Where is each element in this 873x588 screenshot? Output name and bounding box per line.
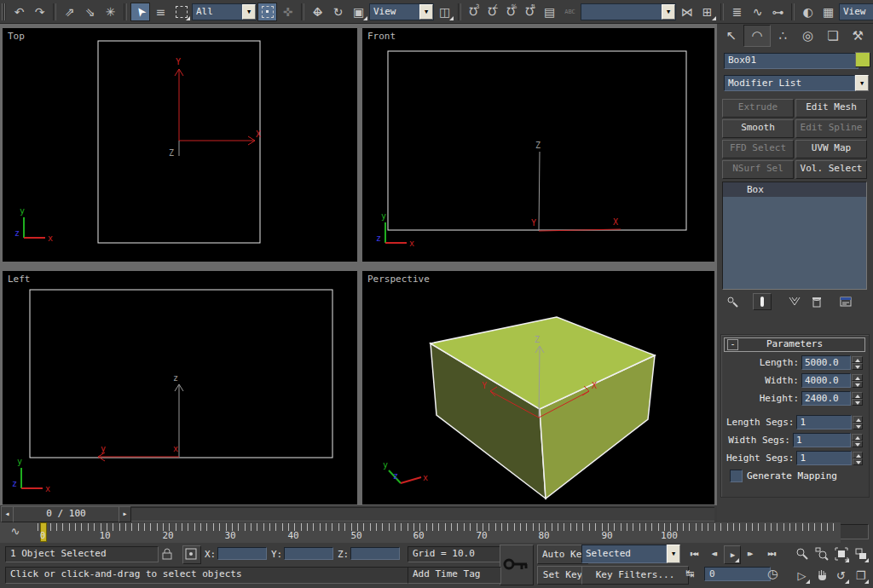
previous-frame-icon[interactable]: ◀▮ (708, 545, 721, 562)
edit-named-selection-sets-icon[interactable]: ▤ (540, 3, 559, 21)
select-and-manipulate-icon[interactable]: ✜ (278, 3, 298, 21)
go-to-end-icon[interactable]: ▶▶▮ (764, 545, 780, 562)
viewport-perspective[interactable]: Perspective Z X Y y x z (362, 271, 714, 504)
height-segs-spinner[interactable] (853, 452, 863, 465)
utilities-tab-icon[interactable]: ⚒ (846, 25, 870, 47)
length-segs-input[interactable]: 1 (796, 415, 851, 429)
length-spinner[interactable] (852, 356, 863, 370)
curve-editor-icon[interactable]: ∿ (748, 3, 767, 21)
named-selection-sets-dropdown[interactable]: ▼ (581, 3, 676, 20)
modifier-button-extrude[interactable]: Extrude (722, 99, 794, 118)
next-frame-arrow-icon[interactable]: ▸ (119, 506, 131, 522)
reference-coordinate-system-dropdown[interactable]: View ▼ (369, 3, 434, 20)
modifier-button-smooth[interactable]: Smooth (722, 119, 794, 138)
show-end-result-icon[interactable] (753, 293, 772, 310)
snap-toggle-3d-icon[interactable]: ℧3 (465, 3, 483, 21)
select-and-move-icon[interactable]: ↔↕ (308, 3, 327, 21)
height-segs-input[interactable]: 1 (796, 451, 851, 465)
field-of-view-icon[interactable]: ▷ (793, 566, 811, 585)
dropdown-arrow-icon[interactable]: ▼ (855, 75, 869, 91)
length-segs-spinner[interactable] (853, 416, 863, 429)
time-slider-thumb[interactable]: 0 / 100 (13, 506, 119, 522)
unlink-selection-icon[interactable]: ⇘ (80, 3, 100, 21)
modifier-button-edit-mesh[interactable]: Edit Mesh (795, 99, 867, 118)
arc-rotate-icon[interactable]: ↺ (832, 566, 850, 585)
keyboard-shortcut-override-icon[interactable]: ABC (560, 3, 580, 21)
next-frame-icon[interactable]: ▮▶ (743, 545, 756, 562)
set-keys-button[interactable] (500, 545, 534, 585)
zoom-extents-icon[interactable] (832, 545, 850, 563)
dropdown-arrow-icon[interactable]: ▼ (662, 4, 675, 20)
undo-icon[interactable]: ↶ (9, 3, 29, 21)
modifier-list-dropdown[interactable]: Modifier List ▼ (724, 75, 869, 91)
min-max-toggle-icon[interactable]: ❐ (852, 566, 870, 585)
y-coord-input[interactable] (284, 547, 333, 560)
select-and-link-icon[interactable]: ⇗ (60, 3, 79, 21)
play-animation-icon[interactable]: ▶ (724, 545, 741, 564)
time-slider-track[interactable] (131, 507, 714, 522)
modifier-button-edit-spline[interactable]: Edit Spline (795, 119, 867, 138)
render-scene-icon[interactable]: ▦ (818, 3, 838, 21)
dropdown-arrow-icon[interactable]: ▼ (419, 4, 433, 20)
z-coord-input[interactable] (350, 547, 400, 560)
window-crossing-toggle-icon[interactable] (257, 3, 277, 21)
schematic-view-icon[interactable]: ⊶ (768, 3, 788, 21)
key-mode-toggle-icon[interactable]: ↹ (685, 568, 694, 579)
viewport-front[interactable]: Front Z X Y y x z (362, 28, 714, 262)
parameters-rollout-header[interactable]: - Parameters (724, 337, 865, 352)
width-input[interactable]: 4000.0 (801, 373, 851, 388)
hierarchy-tab-icon[interactable]: ∴ (771, 25, 795, 47)
zoom-all-icon[interactable] (812, 545, 830, 563)
stack-item-box[interactable]: Box (723, 182, 866, 197)
dropdown-arrow-icon[interactable]: ▼ (667, 545, 680, 563)
modifier-button-ffd-select[interactable]: FFD Select (722, 140, 794, 159)
bind-to-space-warp-icon[interactable]: ✳ (101, 3, 120, 21)
length-input[interactable]: 5000.0 (801, 355, 851, 370)
layer-manager-icon[interactable]: ≣ (727, 3, 747, 21)
viewport-top[interactable]: Top Y X Z y x z (3, 28, 357, 262)
current-frame-input[interactable]: 0 (704, 567, 771, 581)
collapse-icon[interactable]: - (727, 339, 738, 350)
modifier-button-vol-select[interactable]: Vol. Select (795, 160, 867, 179)
key-filters-button[interactable]: Key Filters... (581, 566, 689, 585)
width-spinner[interactable] (852, 374, 863, 388)
spinner-snap-icon[interactable]: ℧⇅ (521, 3, 539, 21)
add-time-tag-box[interactable]: Add Time Tag (408, 567, 501, 584)
zoom-extents-all-icon[interactable] (852, 545, 870, 563)
create-tab-icon[interactable]: ↖ (719, 25, 743, 47)
mirror-icon[interactable]: ⋈ (677, 3, 697, 21)
dropdown-arrow-icon[interactable]: ▼ (242, 4, 256, 20)
use-pivot-point-center-icon[interactable]: ◫ (435, 3, 454, 21)
height-input[interactable]: 2400.0 (801, 391, 851, 406)
select-and-rotate-icon[interactable]: ↻ (328, 3, 348, 21)
toolbar-drag-handle[interactable] (2, 3, 6, 20)
rectangular-selection-region-icon[interactable] (171, 3, 191, 21)
mini-curve-editor-icon[interactable]: ∿ (5, 524, 26, 540)
modifier-stack-list[interactable]: Box (722, 182, 867, 290)
select-and-scale-icon[interactable]: ▣ (349, 3, 368, 21)
modifier-button-uvw-map[interactable]: UVW Map (795, 140, 867, 159)
object-color-swatch[interactable] (855, 52, 870, 67)
configure-modifier-sets-icon[interactable] (836, 293, 855, 310)
time-configuration-icon[interactable]: ◷ (767, 567, 778, 580)
set-key-button[interactable]: Set Key (537, 566, 588, 585)
pin-stack-icon[interactable] (724, 293, 743, 310)
track-bar[interactable]: ∿ 0 10 20 30 40 50 60 70 80 90 100 (0, 522, 841, 544)
generate-mapping-checkbox[interactable] (730, 470, 743, 482)
redo-icon[interactable]: ↷ (30, 3, 49, 21)
modify-tab-icon[interactable]: ◠ (743, 25, 770, 47)
remove-modifier-icon[interactable] (807, 293, 826, 310)
pan-view-icon[interactable] (812, 566, 830, 585)
display-tab-icon[interactable]: ❏ (820, 25, 845, 47)
material-editor-icon[interactable]: ◐ (798, 3, 818, 21)
selection-filter-dropdown[interactable]: All ▼ (192, 3, 257, 20)
width-segs-input[interactable]: 1 (793, 433, 851, 447)
motion-tab-icon[interactable]: ◎ (795, 25, 820, 47)
select-object-icon[interactable]: ➤ (130, 3, 150, 21)
modifier-button-nsurf-sel[interactable]: NSurf Sel (722, 160, 794, 179)
previous-frame-arrow-icon[interactable]: ◂ (1, 506, 14, 522)
key-time-type-dropdown[interactable]: Selected ▼ (581, 545, 680, 563)
render-type-dropdown[interactable]: View ▼ (839, 3, 873, 20)
viewport-left[interactable]: Left z y x y x z (3, 271, 357, 504)
selection-lock-icon[interactable] (160, 546, 174, 564)
